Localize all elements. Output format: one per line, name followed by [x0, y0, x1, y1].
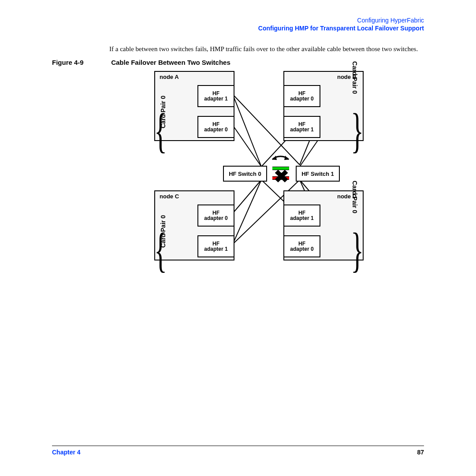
node-a-card-pair: Card Pair 0: [160, 96, 167, 128]
footer-chapter: Chapter 4: [52, 449, 81, 456]
node-a-adapter-bot: HF adapter 0: [197, 116, 234, 138]
node-b: node B HF adapter 0 HF adapter 1 } Card …: [283, 71, 364, 141]
node-d-adapter-bot: HF adapter 0: [283, 235, 320, 257]
footer: Chapter 4 87: [52, 446, 424, 456]
svg-line-7: [233, 180, 261, 244]
figure-line: Figure 4-9 Cable Failover Between Two Sw…: [52, 59, 424, 66]
node-a-title: node A: [155, 72, 234, 81]
node-c-title: node C: [155, 191, 234, 201]
header-bold: Configuring HMP for Transparent Local Fa…: [52, 25, 424, 33]
node-b-adapter-bot: HF adapter 1: [283, 116, 320, 138]
diagram: node A HF adapter 1 HF adapter 0 { Card …: [52, 69, 424, 280]
node-c-adapter-bot: HF adapter 1: [197, 235, 234, 257]
svg-line-6: [233, 180, 261, 213]
node-d: node D HF adapter 1 HF adapter 0 } Card …: [283, 190, 364, 260]
node-c-card-pair: Card Pair 0: [160, 215, 167, 248]
hf-switch-0: HF Switch 0: [223, 166, 267, 182]
node-d-card-pair: Card Pair 0: [351, 181, 358, 213]
svg-line-0: [233, 94, 261, 167]
node-c-adapter-top: HF adapter 0: [197, 205, 234, 227]
fail-x-icon: ✖: [274, 166, 290, 186]
node-c: node C HF adapter 0 HF adapter 1 { Card …: [154, 190, 234, 260]
node-b-adapter-top: HF adapter 0: [283, 85, 320, 107]
svg-marker-13: [284, 156, 289, 160]
footer-page: 87: [417, 449, 424, 456]
header-light: Configuring HyperFabric: [52, 17, 424, 25]
brace-icon: }: [351, 116, 364, 145]
hf-switch-1: HF Switch 1: [296, 166, 340, 182]
svg-marker-12: [272, 156, 277, 160]
node-b-card-pair: Card Pair 0: [351, 61, 358, 94]
intro-text: If a cable between two switches fails, H…: [109, 45, 424, 53]
figure-caption: Cable Failover Between Two Switches: [111, 59, 231, 66]
node-d-adapter-top: HF adapter 1: [283, 205, 320, 227]
brace-icon: }: [351, 235, 364, 264]
node-a: node A HF adapter 1 HF adapter 0 { Card …: [154, 71, 234, 141]
figure-label: Figure 4-9: [52, 59, 109, 66]
node-a-adapter-top: HF adapter 1: [197, 85, 234, 107]
